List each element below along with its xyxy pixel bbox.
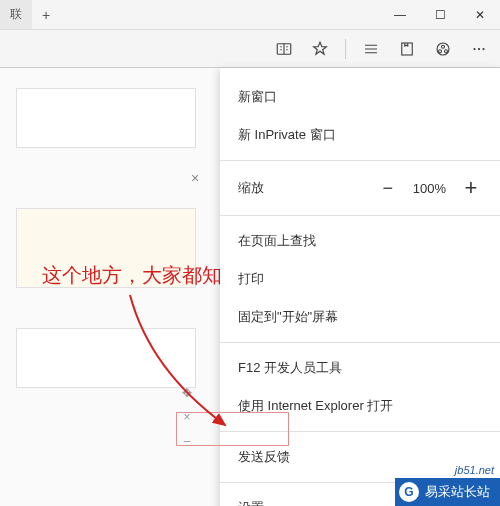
zoom-out-button[interactable]: − xyxy=(377,177,399,199)
menu-find[interactable]: 在页面上查找 xyxy=(220,222,500,260)
close-icon[interactable]: × xyxy=(180,410,194,424)
menu-divider xyxy=(220,431,500,432)
side-icons: ✥ × – xyxy=(180,386,194,448)
more-menu-icon[interactable] xyxy=(462,32,496,66)
panel-close-icon[interactable]: × xyxy=(191,170,199,186)
share-icon[interactable] xyxy=(426,32,460,66)
svg-point-5 xyxy=(445,49,448,52)
zoom-label: 缩放 xyxy=(238,179,264,197)
logo-icon: G xyxy=(399,482,419,502)
tab-strip: 联 + xyxy=(0,0,60,29)
window-controls: — ☐ ✕ xyxy=(380,0,500,30)
webnote-icon[interactable] xyxy=(390,32,424,66)
titlebar: 联 + — ☐ ✕ xyxy=(0,0,500,30)
toolbar xyxy=(0,30,500,68)
svg-point-3 xyxy=(442,45,445,48)
watermark: jb51.net xyxy=(455,464,494,476)
svg-point-7 xyxy=(478,47,480,49)
hub-icon[interactable] xyxy=(354,32,388,66)
footer-logo: G 易采站长站 xyxy=(395,478,500,506)
menu-divider xyxy=(220,342,500,343)
svg-point-6 xyxy=(473,47,475,49)
favorite-star-icon[interactable] xyxy=(303,32,337,66)
svg-point-4 xyxy=(439,49,442,52)
minimize-button[interactable]: — xyxy=(380,0,420,30)
browser-tab[interactable]: 联 xyxy=(0,0,32,29)
menu-inprivate[interactable]: 新 InPrivate 窗口 xyxy=(220,116,500,154)
footer-logo-text: 易采站长站 xyxy=(425,483,490,501)
left-panel: × xyxy=(16,88,196,428)
toolbar-separator xyxy=(345,39,346,59)
menu-zoom: 缩放 − 100% + xyxy=(220,167,500,209)
svg-rect-1 xyxy=(402,43,413,55)
move-icon[interactable]: ✥ xyxy=(180,386,194,400)
content-box xyxy=(16,328,196,388)
menu-open-ie[interactable]: 使用 Internet Explorer 打开 xyxy=(220,387,500,425)
zoom-value: 100% xyxy=(413,181,446,196)
more-menu: 新窗口 新 InPrivate 窗口 缩放 − 100% + 在页面上查找 打印… xyxy=(220,68,500,506)
menu-divider xyxy=(220,215,500,216)
new-tab-button[interactable]: + xyxy=(32,0,60,29)
menu-pin-start[interactable]: 固定到"开始"屏幕 xyxy=(220,298,500,336)
maximize-button[interactable]: ☐ xyxy=(420,0,460,30)
menu-print[interactable]: 打印 xyxy=(220,260,500,298)
zoom-in-button[interactable]: + xyxy=(460,177,482,199)
close-window-button[interactable]: ✕ xyxy=(460,0,500,30)
menu-f12[interactable]: F12 开发人员工具 xyxy=(220,349,500,387)
menu-divider xyxy=(220,160,500,161)
content-box xyxy=(16,88,196,148)
reading-view-icon[interactable] xyxy=(267,32,301,66)
svg-point-8 xyxy=(482,47,484,49)
minimize-icon[interactable]: – xyxy=(180,434,194,448)
menu-new-window[interactable]: 新窗口 xyxy=(220,78,500,116)
